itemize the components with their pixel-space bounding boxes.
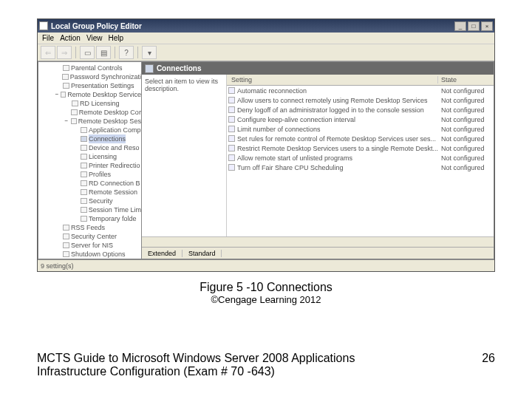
toolbar: ⇐ ⇒ ▭ ▤ ? ▾ [38,44,494,61]
menu-file[interactable]: File [42,34,54,42]
setting-label: Automatic reconnection [237,87,307,95]
setting-row[interactable]: Limit number of connectionsNot configure… [227,124,494,134]
tree-item[interactable]: Printer Redirectio [38,161,141,170]
tree-item[interactable]: Application Comp [38,126,141,134]
titlebar[interactable]: Local Group Policy Editor _ □ × [38,19,494,33]
expand-icon[interactable]: − [64,117,69,126]
policy-icon [228,145,235,151]
folder-icon [72,100,78,106]
tree-item[interactable]: Device and Reso [38,143,141,152]
setting-row[interactable]: Configure keep-alive connection interval… [227,115,494,124]
policy-icon [228,97,235,103]
tree-item[interactable]: Shutdown Options [38,250,141,259]
setting-state: Not configured [438,126,494,133]
tree-item[interactable]: Parental Controls [38,64,141,72]
horizontal-scrollbar[interactable] [142,236,494,247]
folder-icon [63,225,69,231]
show-hide-button[interactable]: ▤ [96,46,111,59]
tree-item[interactable]: Server for NIS [38,241,141,250]
column-state[interactable]: State [438,76,494,83]
setting-row[interactable]: Turn off Fair Share CPU SchedulingNot co… [227,163,494,172]
folder-icon [61,92,66,98]
tree-item[interactable]: Smart Card [38,259,141,259]
tree-label: Security Center [71,232,117,241]
setting-row[interactable]: Set rules for remote control of Remote D… [227,134,494,143]
setting-row[interactable]: Deny logoff of an administrator logged i… [227,105,494,115]
policy-icon [228,164,235,171]
policy-icon [228,116,235,123]
policy-icon [228,87,235,94]
tree-item[interactable]: Security [38,197,141,205]
tree-item[interactable]: Connections [38,134,141,143]
tree-label: RD Connection B [89,179,140,188]
column-setting[interactable]: Setting [227,76,438,83]
policy-tree[interactable]: Parental ControlsPassword SynchronizatiP… [38,61,142,259]
menu-action[interactable]: Action [60,34,81,42]
tree-item[interactable]: −Remote Desktop Service [38,90,141,99]
folder-icon [71,109,78,115]
tree-item[interactable]: Profiles [38,170,141,179]
setting-state: Not configured [438,106,494,114]
expand-icon[interactable]: − [55,90,59,99]
setting-row[interactable]: Restrict Remote Desktop Services users t… [227,143,494,153]
help-button[interactable]: ? [119,46,134,59]
description-pane: Select an item to view its description. [142,75,227,236]
tree-item[interactable]: RSS Feeds [38,223,141,232]
table-header[interactable]: Setting State [227,75,494,86]
folder-icon [145,64,154,73]
filter-button[interactable]: ▾ [142,46,157,59]
setting-state: Not configured [438,97,494,104]
tab-standard[interactable]: Standard [183,250,222,257]
setting-label: Allow users to connect remotely using Re… [237,97,428,104]
back-button[interactable]: ⇐ [41,46,55,59]
folder-icon [81,216,87,222]
setting-state: Not configured [438,154,494,162]
status-bar: 9 setting(s) [38,259,494,271]
setting-cell: Set rules for remote control of Remote D… [227,135,438,143]
tab-extended[interactable]: Extended [142,250,183,257]
tree-item[interactable]: Presentation Settings [38,81,141,90]
setting-row[interactable]: Allow remote start of unlisted programsN… [227,153,494,163]
tree-item[interactable]: RD Licensing [38,99,141,108]
tree-label: Security [89,197,113,205]
setting-label: Deny logoff of an administrator logged i… [237,106,424,114]
tree-label: Remote Desktop Ses [78,117,141,126]
tree-label: Remote Desktop Service [67,90,141,99]
toolbar-sep [75,47,76,58]
figure-subcaption: ©Cengage Learning 2012 [37,294,495,305]
tree-label: Application Comp [89,126,141,134]
setting-state: Not configured [438,145,494,152]
tree-label: Printer Redirectio [89,161,140,170]
table-body: Automatic reconnectionNot configuredAllo… [227,86,494,172]
setting-row[interactable]: Allow users to connect remotely using Re… [227,95,494,105]
tree-item[interactable]: Password Synchronizati [38,72,141,81]
tree-item[interactable]: Licensing [38,152,141,161]
tree-item[interactable]: Session Time Lim [38,205,141,214]
page-footer: MCTS Guide to Microsoft Windows Server 2… [37,352,495,378]
menu-view[interactable]: View [86,34,103,42]
setting-state: Not configured [438,87,494,95]
tree-item[interactable]: RD Connection B [38,179,141,188]
tree-item[interactable]: Remote Desktop Cor [38,108,141,117]
maximize-button[interactable]: □ [468,21,480,31]
details-pane: Connections Select an item to view its d… [142,61,494,259]
up-button[interactable]: ▭ [80,46,95,59]
folder-icon [63,65,69,71]
menu-help[interactable]: Help [108,34,123,42]
setting-row[interactable]: Automatic reconnectionNot configured [227,86,494,95]
tree-label: Device and Reso [89,143,140,152]
tree-label: Temporary folde [89,214,137,223]
minimize-button[interactable]: _ [454,21,466,31]
details-header: Connections [142,62,494,75]
tree-item[interactable]: Remote Session [38,188,141,197]
tree-item[interactable]: −Remote Desktop Ses [38,117,141,126]
forward-button[interactable]: ⇒ [57,46,72,59]
close-button[interactable]: × [481,21,493,31]
policy-icon [228,106,235,113]
setting-cell: Deny logoff of an administrator logged i… [227,106,438,114]
tree-item[interactable]: Temporary folde [38,214,141,223]
folder-icon [81,154,87,160]
setting-cell: Restrict Remote Desktop Services users t… [227,145,438,152]
setting-label: Turn off Fair Share CPU Scheduling [237,164,344,171]
tree-item[interactable]: Security Center [38,232,141,241]
